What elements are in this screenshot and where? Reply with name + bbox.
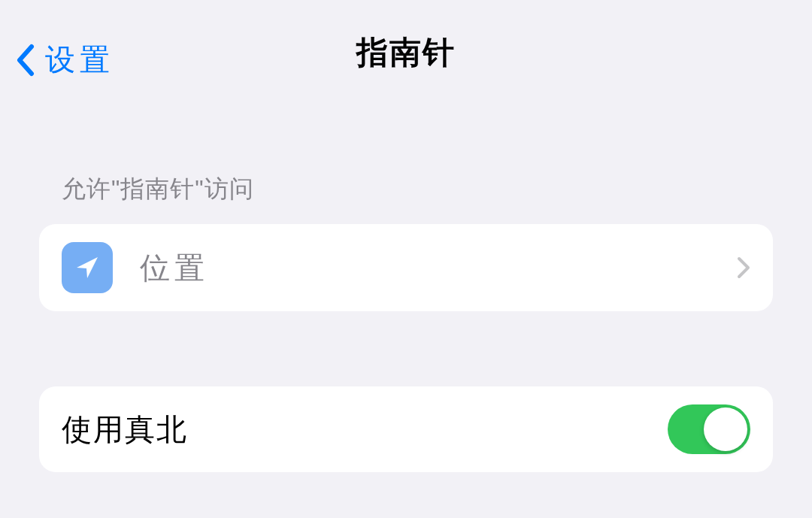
location-label: 位置 [140,247,737,289]
true-north-cell: 使用真北 [39,386,773,472]
section-header-access: 允许"指南针"访问 [62,173,773,206]
true-north-label: 使用真北 [62,409,668,450]
chevron-left-icon [15,44,36,77]
options-section: 使用真北 [0,386,812,472]
back-label: 设置 [45,39,114,80]
access-section: 允许"指南针"访问 位置 [0,173,812,311]
location-arrow-icon [62,242,113,293]
toggle-knob [704,407,747,451]
spacer [0,311,812,386]
cell-group-access: 位置 [39,224,773,311]
cell-group-options: 使用真北 [39,386,773,472]
chevron-right-icon [737,256,750,279]
page-title: 指南针 [356,32,456,74]
true-north-toggle[interactable] [668,404,750,454]
back-button[interactable]: 设置 [15,39,114,80]
location-cell[interactable]: 位置 [39,224,773,311]
navigation-bar: 设置 指南针 [0,0,812,105]
